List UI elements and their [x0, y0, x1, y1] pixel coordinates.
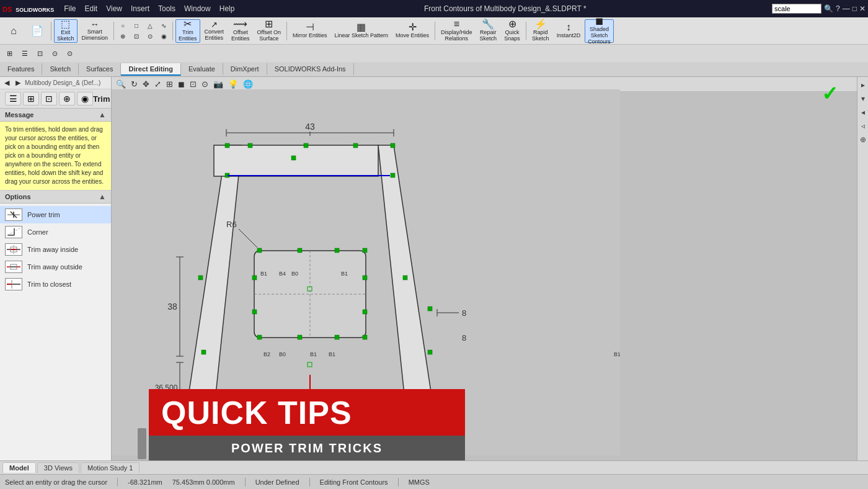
minimize-icon[interactable]: — [843, 4, 850, 13]
option-corner[interactable]: Corner [0, 223, 111, 241]
home-button[interactable]: ⌂ [2, 19, 25, 43]
sketch-icon5[interactable]: ⊕ [117, 31, 129, 41]
btab-model[interactable]: Model [2, 462, 36, 473]
options-section-header[interactable]: Options ▲ [0, 191, 111, 204]
tab-features[interactable]: Features [0, 63, 42, 76]
svg-text:B1: B1 [310, 351, 317, 357]
offset-entities-button[interactable]: ⟿ OffsetEntities [228, 19, 253, 43]
canvas-rotate-btn[interactable]: ↻ [129, 79, 140, 89]
tab-sketch[interactable]: Sketch [42, 63, 79, 76]
mirror-entities-button[interactable]: ⊣ Mirror Entities [290, 19, 330, 43]
svg-rect-47 [291, 156, 296, 160]
btab-3dviews[interactable]: 3D Views [37, 462, 79, 473]
options-collapse-icon[interactable]: ▲ [99, 192, 106, 201]
option-power-trim[interactable]: Power trim [0, 206, 111, 223]
panel-icon-circle[interactable]: ◉ [77, 92, 93, 105]
linear-sketch-pattern-button[interactable]: ▦ Linear Sketch Pattern [331, 19, 391, 43]
smart-dimension-button[interactable]: ↔ SmartDimension [79, 19, 112, 43]
right-btn-1[interactable]: ▸ [860, 79, 866, 91]
right-btn-2[interactable]: ▾ [860, 93, 866, 104]
svg-text:B2: B2 [264, 351, 270, 357]
new-button[interactable]: 📄 [26, 19, 48, 43]
panel-icon-grid[interactable]: ⊞ [23, 92, 39, 105]
panel-header: ☰ ⊞ ⊡ ⊕ ◉ Trim ? [0, 89, 111, 109]
menu-insert[interactable]: Insert [127, 3, 153, 14]
canvas-wireframe-btn[interactable]: ⊞ [164, 79, 175, 89]
quick-snaps-button[interactable]: ⊕ QuickSnaps [501, 19, 523, 43]
sketch-icon2[interactable]: □ [130, 20, 143, 30]
repair-sketch-button[interactable]: 🔧 RepairSketch [477, 19, 500, 43]
tb2-btn-1[interactable]: ⊞ [2, 47, 17, 60]
option-trim-away-inside[interactable]: Trim away inside [0, 241, 111, 258]
canvas-scene-btn[interactable]: 🌐 [241, 79, 255, 89]
tab-surfaces[interactable]: Surfaces [79, 63, 121, 76]
menu-file[interactable]: File [60, 3, 79, 14]
right-btn-4[interactable]: ◃ [860, 120, 866, 132]
options-list: Power trim Corner [0, 204, 111, 295]
tab-dimxpert[interactable]: DimXpert [223, 63, 267, 76]
search-icon[interactable]: 🔍 [824, 4, 833, 13]
tb2-btn-4[interactable]: ⊙ [48, 47, 62, 60]
sketch-icon7[interactable]: ⊙ [144, 31, 156, 41]
menu-view[interactable]: View [102, 3, 126, 14]
menu-edit[interactable]: Edit [81, 3, 102, 14]
canvas-area: 🔍 ↻ ✥ ⤢ ⊞ ◼ ⊡ ⊙ 📷 💡 🌐 ✓ [112, 77, 857, 460]
tb2-btn-5[interactable]: ⊙ [63, 47, 77, 60]
sketch-icon8[interactable]: ◉ [157, 31, 170, 41]
shaded-sketch-contours-button[interactable]: ◼ ShadedSketchContours [585, 19, 614, 43]
right-btn-5[interactable]: ⊕ [859, 134, 867, 145]
canvas-fit-btn[interactable]: ⤢ [153, 79, 163, 89]
tab-direct-editing[interactable]: Direct Editing [121, 63, 181, 76]
sketch-icon6[interactable]: ⊡ [130, 31, 143, 41]
canvas-shaded-btn[interactable]: ◼ [176, 79, 187, 89]
panel-icon-list[interactable]: ☰ [5, 92, 21, 105]
btab-motion[interactable]: Motion Study 1 [81, 462, 140, 473]
right-btn-3[interactable]: ◂ [860, 107, 866, 118]
tab-evaluate[interactable]: Evaluate [181, 63, 223, 76]
close-icon[interactable]: ✕ [859, 4, 866, 13]
panel-icon-tree[interactable]: ⊡ [41, 92, 57, 105]
canvas-camera-btn[interactable]: 📷 [211, 79, 225, 89]
canvas-light-btn[interactable]: 💡 [226, 79, 240, 89]
canvas-zoom-btn[interactable]: 🔍 [114, 79, 128, 89]
sketch-icon1[interactable]: ○ [117, 20, 129, 30]
status-editing: Editing Front Contours [320, 478, 388, 486]
instant2d-button[interactable]: ↕ Instant2D [554, 19, 584, 43]
sketch-icon3[interactable]: △ [144, 20, 156, 30]
ok-checkmark[interactable]: ✓ [822, 82, 838, 105]
sketch-icon4[interactable]: ∿ [157, 20, 170, 30]
svg-text:B1: B1 [260, 271, 267, 277]
canvas-section-btn[interactable]: ⊡ [188, 79, 198, 89]
canvas-pan-btn[interactable]: ✥ [141, 79, 151, 89]
option-trim-to-closest[interactable]: Trim to closest [0, 276, 111, 293]
scale-input[interactable] [772, 4, 822, 14]
tab-addins[interactable]: SOLIDWORKS Add-Ins [267, 63, 354, 76]
svg-rect-53 [363, 276, 367, 280]
offset-on-surface-button[interactable]: ⊞ Offset OnSurface [254, 19, 284, 43]
rapid-sketch-button[interactable]: ⚡ RapidSketch [529, 19, 552, 43]
menu-tools[interactable]: Tools [154, 3, 179, 14]
display-hide-relations-button[interactable]: ≡ Display/HideRelations [438, 19, 476, 43]
move-entities-button[interactable]: ✛ Move Entities [392, 19, 432, 43]
maximize-icon[interactable]: □ [852, 4, 857, 13]
option-trim-away-outside[interactable]: Trim away outside [0, 258, 111, 276]
title-right-controls: 🔍 ? — □ ✕ [772, 4, 866, 14]
panel-icon-filter[interactable]: ⊕ [59, 92, 75, 105]
tb2-btn-3[interactable]: ⊡ [33, 47, 47, 60]
message-section-header[interactable]: Message ▲ [0, 109, 111, 122]
tree-forward-button[interactable]: ▶ [14, 78, 22, 87]
message-collapse-icon[interactable]: ▲ [99, 110, 106, 119]
panel-scroll-area[interactable]: Message ▲ To trim entities, hold down an… [0, 109, 111, 460]
canvas-view-btn[interactable]: ⊙ [200, 79, 210, 89]
help-icon[interactable]: ? [836, 4, 840, 13]
trim-entities-button[interactable]: ✂ TrimEntities [175, 19, 200, 43]
menu-window[interactable]: Window [180, 3, 215, 14]
svg-rect-52 [252, 276, 257, 280]
sep [51, 22, 51, 40]
tree-back-button[interactable]: ◀ [2, 78, 11, 87]
menu-help[interactable]: Help [216, 3, 239, 14]
tb2-btn-2[interactable]: ☰ [17, 47, 32, 60]
status-bar: Select an entity or drag the cursor -68.… [0, 474, 868, 489]
convert-entities-button[interactable]: ↗ ConvertEntities [202, 19, 228, 43]
exit-sketch-button[interactable]: ⬚ ExitSketch [54, 19, 78, 43]
